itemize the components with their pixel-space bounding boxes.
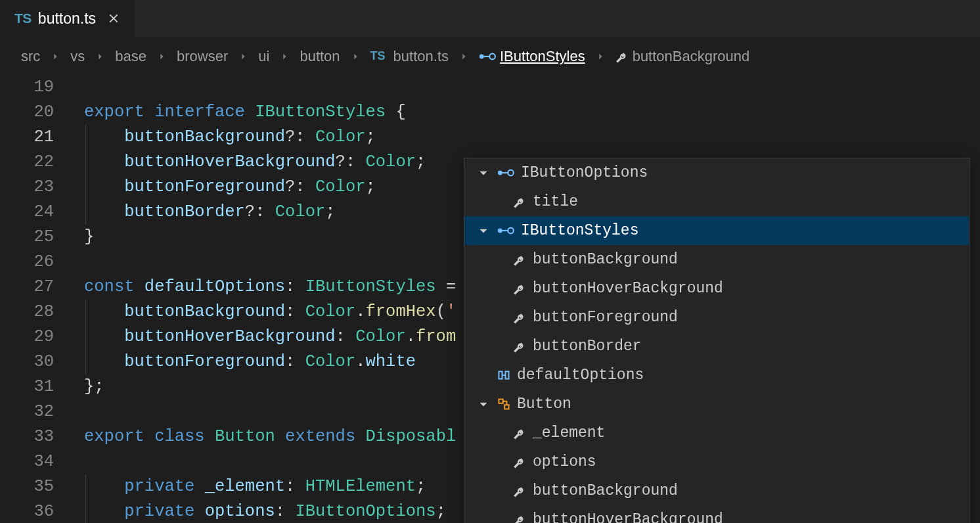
outline-item[interactable]: IButtonStyles [464,216,969,245]
code-line[interactable]: buttonBackground?: Color; [84,125,980,150]
chevron-right-icon [347,52,364,61]
chevron-right-icon [276,52,293,61]
breadcrumb-folder[interactable]: button [296,47,344,66]
wrench-icon [513,253,526,266]
close-tab-button[interactable] [108,12,120,24]
app-root: TS button.ts srcvsbasebrowseruibuttonTSb… [0,0,980,523]
chevron-down-icon[interactable] [476,398,491,410]
chevron-down-icon[interactable] [476,167,491,179]
breadcrumb-folder[interactable]: base [111,47,150,66]
breadcrumb-folder[interactable]: browser [173,47,232,66]
line-number: 31 [0,375,54,399]
breadcrumb-label: IButtonStyles [500,48,585,65]
line-number: 24 [0,200,54,225]
line-number: 32 [0,399,54,424]
breadcrumb-folder[interactable]: ui [254,47,273,66]
outline-item[interactable]: buttonBackground [464,476,969,505]
outline-item-label: buttonBackground [533,482,678,499]
line-number: 33 [0,424,54,449]
breadcrumb-label: vs [70,48,85,65]
outline-item-label: IButtonStyles [521,222,638,239]
line-number: 34 [0,449,54,474]
outline-item-label: IButtonOptions [521,164,648,181]
line-number: 35 [0,474,54,499]
chevron-right-icon [47,52,64,61]
line-number: 26 [0,250,54,275]
interface-icon [479,52,496,61]
line-number: 27 [0,275,54,300]
outline-item-label: buttonHoverBackground [533,280,723,297]
wrench-icon [513,426,526,440]
wrench-icon [513,455,526,468]
breadcrumb-label: src [21,48,40,65]
wrench-icon [513,513,526,523]
chevron-down-icon[interactable] [476,225,491,237]
breadcrumb-label: ui [258,48,269,65]
constant-icon [497,369,510,382]
line-number: 22 [0,150,54,175]
breadcrumb: srcvsbasebrowseruibuttonTSbutton.tsIButt… [0,37,980,75]
outline-item-label: buttonBackground [533,251,678,268]
breadcrumb-file[interactable]: TSbutton.ts [367,47,453,66]
line-number: 36 [0,499,54,523]
line-number: 23 [0,175,54,200]
breadcrumb-folder[interactable]: src [17,47,44,66]
line-number: 20 [0,100,54,125]
outline-item[interactable]: title [464,187,969,216]
outline-item[interactable]: buttonHoverBackground [464,274,969,303]
outline-item-label: _element [533,424,605,442]
outline-item[interactable]: buttonBackground [464,245,969,274]
chevron-right-icon [455,52,472,61]
outline-item-label: defaultOptions [517,367,644,384]
outline-item[interactable]: buttonHoverBackground [464,505,969,523]
wrench-icon [615,50,629,63]
line-number: 21 [0,125,54,150]
breadcrumb-folder[interactable]: vs [66,47,89,66]
chevron-right-icon [153,52,170,61]
wrench-icon [513,484,526,497]
tab-bar: TS button.ts [0,0,980,37]
line-number: 25 [0,225,54,250]
outline-item[interactable]: buttonForeground [464,303,969,332]
breadcrumb-symbol-active[interactable]: IButtonStyles [475,47,589,66]
outline-item[interactable]: IButtonOptions [464,158,969,187]
close-icon [108,12,120,24]
class-icon [497,398,510,411]
breadcrumb-label: buttonBackground [633,48,750,65]
line-number: 30 [0,350,54,375]
chevron-right-icon [91,52,108,61]
outline-item[interactable]: buttonBorder [464,332,969,361]
breadcrumb-label: button [300,48,340,65]
wrench-icon [513,340,526,353]
breadcrumb-symbol[interactable]: buttonBackground [612,47,754,66]
outline-item-label: buttonForeground [533,309,678,326]
outline-item-label: buttonHoverBackground [533,511,723,523]
outline-item-label: buttonBorder [533,338,642,355]
chevron-right-icon [234,52,252,61]
line-number-gutter: 192021222324252627282930313233343536 [0,75,66,523]
code-line[interactable]: export interface IButtonStyles { [84,100,980,125]
outline-item-label: title [533,193,578,210]
outline-item-label: Button [517,396,571,413]
breadcrumb-outline-dropdown[interactable]: IButtonOptionstitleIButtonStylesbuttonBa… [464,158,969,523]
typescript-file-icon: TS [370,49,386,63]
breadcrumb-label: base [115,48,146,65]
code-line[interactable] [84,75,980,100]
code-editor[interactable]: 192021222324252627282930313233343536 exp… [0,75,980,523]
interface-icon [497,226,514,235]
outline-item[interactable]: _element [464,419,969,447]
line-number: 29 [0,325,54,350]
line-number: 19 [0,75,54,100]
outline-item[interactable]: options [464,447,969,476]
breadcrumb-label: button.ts [393,48,449,65]
line-number: 28 [0,300,54,325]
outline-item-label: options [533,453,596,470]
outline-item[interactable]: Button [464,390,969,419]
outline-item[interactable]: defaultOptions [464,361,969,390]
wrench-icon [513,311,526,324]
wrench-icon [513,282,526,295]
interface-icon [497,168,514,177]
editor-tab[interactable]: TS button.ts [0,0,135,37]
chevron-right-icon [592,52,609,61]
wrench-icon [513,195,526,208]
